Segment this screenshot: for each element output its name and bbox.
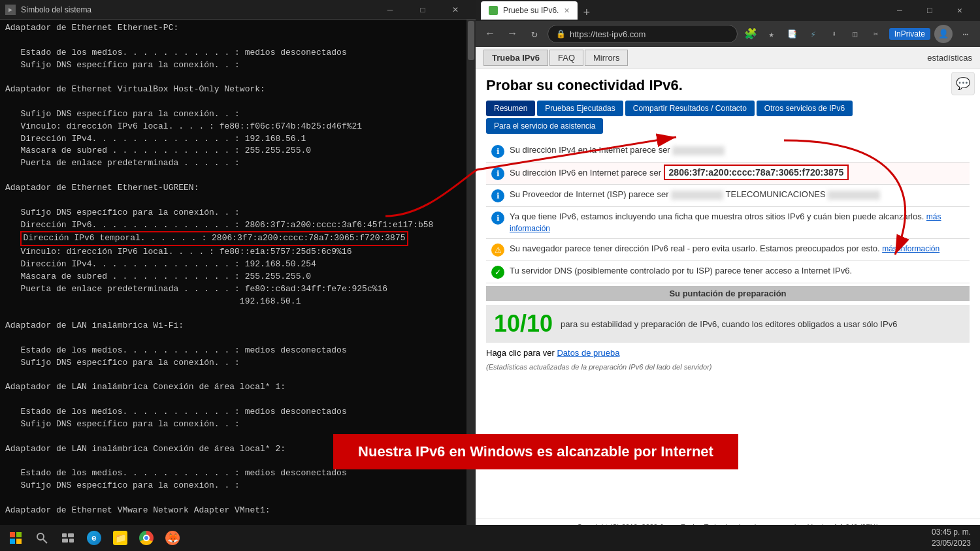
svg-rect-4	[16, 539, 22, 544]
taskbar-edge-btn[interactable]: e	[82, 526, 106, 550]
datos-section: Haga clic para ver Datos de prueba	[486, 343, 970, 360]
taskbar-explorer-btn[interactable]: 📁	[108, 526, 132, 550]
profile-btn[interactable]: 👤	[934, 25, 953, 43]
cmd-line-3: Estado de los medios. . . . . . . . . . …	[5, 47, 470, 59]
cmd-line-14: Adaptador de Ethernet Ethernet-UGREEN:	[5, 182, 470, 195]
sidebar-icon[interactable]: ◫	[846, 25, 864, 43]
browser-titlebar: Pruebe su IPv6. ✕ + ─ □ ✕	[476, 0, 980, 21]
cmd-line-29: Adaptador de LAN inalámbrica Conexión de…	[5, 381, 470, 394]
tab-title: Pruebe su IPv6.	[503, 6, 559, 15]
svg-rect-3	[10, 539, 15, 544]
cmd-line-36: Estado de los medios. . . . . . . . . . …	[5, 467, 470, 480]
inprivate-btn[interactable]: InPrivate	[889, 28, 930, 40]
cmd-minimize-btn[interactable]: ─	[375, 0, 405, 20]
cmd-line-39: Adaptador de Ethernet VMware Network Ada…	[5, 505, 470, 517]
cmd-line-7	[5, 96, 470, 108]
cmd-close-btn[interactable]: ✕	[440, 0, 470, 20]
new-tab-btn[interactable]: +	[579, 7, 594, 20]
mas-info-link-1[interactable]: más información	[510, 212, 941, 233]
translate-icon[interactable]: 💬	[951, 72, 975, 95]
stats-note: (Estadísticas actualizadas de la prepara…	[486, 363, 970, 371]
info-text-dns: Tu servidor DNS (posiblemente controlado…	[510, 265, 964, 277]
back-btn[interactable]: ←	[481, 25, 499, 43]
mas-info-link-2[interactable]: más información	[882, 244, 939, 253]
info-icon-isp: ℹ	[491, 189, 504, 202]
sub-tab-compartir[interactable]: Compartir Resultados / Contacto	[625, 101, 755, 116]
cmd-icon: ▶	[5, 5, 16, 15]
sub-tab-otros[interactable]: Otros servicios de IPv6	[757, 101, 853, 116]
sub-tab-resumen[interactable]: Resumen	[486, 101, 535, 116]
cmd-line-19: Dirección IPv4. . . . . . . . . . . . . …	[5, 259, 470, 271]
downloads-icon[interactable]: ⬇	[825, 25, 843, 43]
score-header: Su puntación de preparación	[486, 286, 970, 301]
datos-prefix: Haga clic para ver	[486, 348, 555, 358]
browser-maximize-btn[interactable]: □	[915, 0, 945, 21]
taskbar: e 📁 🦊 03:45 p. m. 23/05/2023	[0, 525, 980, 551]
info-cards: ℹ Su dirección IPv4 en la Internet parec…	[486, 140, 970, 283]
refresh-btn[interactable]: ↻	[525, 25, 544, 43]
collections-icon[interactable]: 📑	[783, 25, 802, 43]
cmd-line-13	[5, 170, 470, 182]
share-icon[interactable]: ⚡	[804, 25, 823, 43]
nav-prueba-ipv6[interactable]: Trueba IPv6	[483, 50, 548, 66]
cmd-maximize-btn[interactable]: □	[408, 0, 438, 20]
cmd-scroll-thumb[interactable]	[468, 21, 474, 60]
browser-close-btn[interactable]: ✕	[945, 0, 975, 21]
cmd-content: Adaptador de Ethernet Ethernet-PC: Estad…	[0, 20, 476, 551]
clock-time: 03:45 p. m.	[932, 527, 971, 538]
browser-minimize-btn[interactable]: ─	[885, 0, 915, 21]
start-btn[interactable]	[4, 526, 27, 550]
isp-value	[671, 191, 723, 200]
address-bar[interactable]: 🔒 https://test-ipv6.com	[547, 25, 738, 43]
info-card-warning: ⚠ Su navegador parece tener dirección IP…	[486, 239, 970, 261]
browser-tab-active[interactable]: Pruebe su IPv6. ✕	[481, 1, 578, 20]
cmd-line-21: Puerta de enlace predeterminada . . . . …	[5, 283, 470, 296]
site-nav: Trueba IPv6 FAQ Mirrors estadísticas	[476, 47, 980, 69]
info-icon-ipv4: ℹ	[491, 145, 504, 158]
cmd-line-38	[5, 492, 470, 505]
cmd-line-9: Vínculo: dirección IPv6 local. . . . : f…	[5, 121, 470, 133]
info-card-ipv4: ℹ Su dirección IPv4 en la Internet parec…	[486, 140, 970, 163]
info-card-isp: ℹ Su Proveedor de Internet (ISP) parece …	[486, 185, 970, 207]
nav-faq[interactable]: FAQ	[549, 50, 583, 66]
sub-tab-pruebas[interactable]: Pruebas Ejecutadas	[537, 101, 623, 116]
info-text-ipv6: Su dirección IPv6 en Internet parece ser…	[510, 166, 964, 180]
cmd-line-1: Adaptador de Ethernet Ethernet-PC:	[5, 22, 470, 35]
score-description: para su estabilidad y preparación de IPv…	[561, 319, 962, 329]
nav-estadisticas[interactable]: estadísticas	[927, 53, 972, 63]
explorer-icon: 📁	[113, 531, 127, 545]
info-card-sites: ℹ Ya que tiene IPv6, estamos incluyendo …	[486, 207, 970, 239]
favorites-icon[interactable]: ★	[762, 25, 781, 43]
forward-btn[interactable]: →	[503, 25, 521, 43]
settings-icon[interactable]: ⋯	[956, 25, 975, 43]
cmd-line-11: Máscara de subred . . . . . . . . . . . …	[5, 145, 470, 157]
cmd-line-4: Sufijo DNS específico para la conexión. …	[5, 59, 470, 72]
datos-link[interactable]: Datos de prueba	[557, 348, 619, 358]
taskbar-search-btn[interactable]	[30, 526, 54, 550]
svg-rect-7	[62, 533, 67, 537]
nav-mirrors[interactable]: Mirrors	[585, 50, 628, 66]
taskbar-firefox-btn[interactable]: 🦊	[161, 526, 184, 550]
taskview-icon	[62, 533, 74, 543]
address-text: https://test-ipv6.com	[570, 29, 645, 39]
cmd-scrollbar[interactable]	[466, 20, 476, 551]
cmd-line-26: Estado de los medios. . . . . . . . . . …	[5, 345, 470, 357]
screencapture-icon[interactable]: ✂	[867, 25, 885, 43]
ipv4-value	[672, 146, 725, 155]
clock-date: 23/05/2023	[932, 538, 971, 549]
browser-content: Trueba IPv6 FAQ Mirrors estadísticas 💬 P…	[476, 47, 980, 551]
tab-close-btn[interactable]: ✕	[564, 7, 570, 15]
chrome-icon	[139, 531, 154, 545]
sub-tabs: Resumen Pruebas Ejecutadas Compartir Res…	[486, 101, 970, 134]
cmd-line-22: 192.168.50.1	[5, 296, 470, 308]
sub-tab-asistencia[interactable]: Para el servicio de asistencia	[486, 118, 603, 134]
info-text-warning: Su navegador parece tener dirección IPv6…	[510, 243, 964, 255]
edge-icon: e	[87, 531, 101, 545]
extensions-icon[interactable]: 🧩	[742, 25, 760, 43]
taskbar-taskview-btn[interactable]	[56, 526, 80, 550]
taskbar-chrome-btn[interactable]	[135, 526, 158, 550]
cmd-line-2	[5, 35, 470, 47]
lock-icon: 🔒	[556, 29, 566, 39]
cmd-line-37: Sufijo DNS específico para la conexión. …	[5, 480, 470, 492]
info-text-isp: Su Proveedor de Internet (ISP) parece se…	[510, 189, 964, 200]
